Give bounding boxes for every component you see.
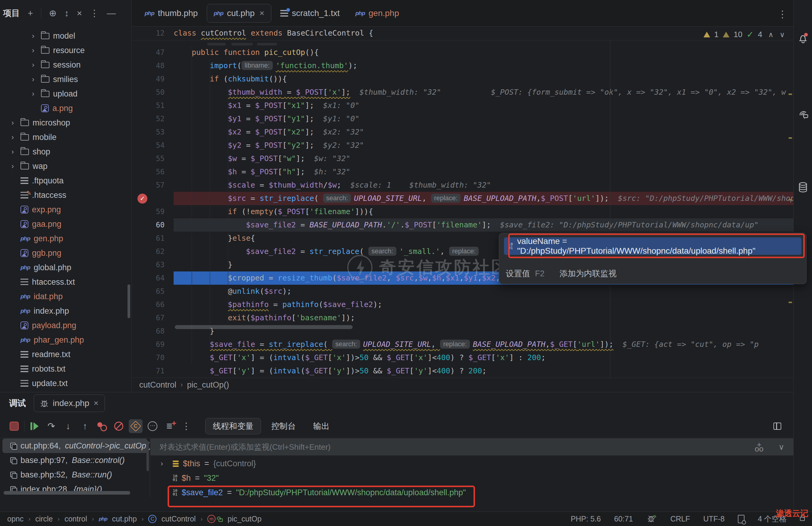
line-number[interactable]: 68: [132, 325, 174, 338]
tree-item-.ftpquota[interactable]: .ftpquota: [0, 173, 131, 188]
stop-button[interactable]: [7, 419, 21, 433]
tree-item-htaccess.txt[interactable]: htaccess.txt: [0, 275, 131, 289]
tree-item-payload.png[interactable]: payload.png: [0, 318, 131, 333]
line-number[interactable]: 52: [132, 112, 174, 126]
frames-hscrollbar[interactable]: [4, 491, 130, 495]
chevron-right-icon[interactable]: ›: [161, 459, 169, 468]
line-number[interactable]: 67: [132, 311, 174, 325]
tree-item-gaa.png[interactable]: gaa.png: [0, 217, 131, 231]
resume-button[interactable]: [27, 419, 41, 433]
editor-tab-scratch_1.txt[interactable]: scratch_1.txt: [274, 4, 346, 23]
line-number[interactable]: 71: [132, 364, 174, 378]
status-crumb[interactable]: pic_cutOp: [228, 514, 262, 523]
line-number[interactable]: 69: [132, 338, 174, 351]
code-line-70[interactable]: 70$_GET['x'] = (intval($_GET['x'])>50 &&…: [132, 351, 793, 364]
warning-stripe-mark[interactable]: [788, 302, 792, 303]
hide-panel-icon[interactable]: —: [107, 9, 116, 18]
collapse-all-icon[interactable]: ×: [77, 9, 82, 18]
frame-row[interactable]: cut.php:64, cutControl->pic_cutOp(): [2, 439, 147, 453]
editor-tab-gen.php[interactable]: phpgen.php: [349, 4, 406, 23]
code-line-57[interactable]: 57$scale = $thumb_width/$w; $scale: 1 $t…: [132, 179, 793, 192]
tree-item-gen.php[interactable]: phpgen.php: [0, 231, 131, 246]
code-line-53[interactable]: 53$x2 = $_POST["x2"]; $x2: "32": [132, 126, 793, 139]
expand-all-icon[interactable]: ↕: [64, 9, 69, 18]
line-number[interactable]: 59: [132, 205, 174, 218]
code-line-65[interactable]: 65@unlink($src);: [132, 285, 793, 298]
line-separator[interactable]: CRLF: [670, 514, 690, 523]
line-number[interactable]: 48: [132, 59, 174, 72]
line-number[interactable]: 50: [132, 86, 174, 99]
mute-breakpoints-button[interactable]: [112, 419, 126, 433]
variable-row[interactable]: 1001$save_file2 = "D:/phpStudy/PHPTutori…: [150, 485, 793, 497]
editor-tab-thumb.php[interactable]: phpthumb.php: [138, 4, 204, 23]
prev-problem-icon[interactable]: ∧: [768, 30, 774, 39]
tree-item-mobile[interactable]: ›mobile: [0, 130, 131, 144]
tree-item-ggb.png[interactable]: ggb.png: [0, 246, 131, 260]
line-number[interactable]: 60: [132, 218, 174, 232]
status-crumb[interactable]: control: [64, 514, 87, 523]
tree-item-shop[interactable]: ›shop: [0, 144, 131, 159]
code-line-71[interactable]: 71$_GET['y'] = (intval($_GET['y'])>50 &&…: [132, 364, 793, 378]
tree-item-index.php[interactable]: phpindex.php: [0, 304, 131, 318]
kebab-menu-icon[interactable]: ⋮: [179, 419, 193, 433]
code-line-69[interactable]: 69$save_file = str_ireplace( search:UPLO…: [132, 338, 793, 351]
status-crumb[interactable]: cutControl: [161, 514, 195, 523]
run-to-cursor-button[interactable]: [129, 419, 143, 433]
line-number[interactable]: ✓: [132, 192, 174, 205]
chevron-down-icon[interactable]: ∨: [779, 442, 784, 452]
more-options-icon[interactable]: ⋮: [90, 9, 99, 18]
variable-row[interactable]: ›$this = {cutControl}: [150, 456, 793, 471]
tree-item-a.png[interactable]: a.png: [0, 101, 131, 115]
line-number[interactable]: 49: [132, 72, 174, 86]
file-inspect-icon[interactable]: [738, 515, 744, 523]
step-into-button[interactable]: ↓: [61, 419, 75, 433]
tree-item-robots.txt[interactable]: robots.txt: [0, 361, 131, 376]
tree-item-.htaccess[interactable]: .htaccess: [0, 188, 131, 202]
line-number[interactable]: 53: [132, 126, 174, 139]
tab-输出[interactable]: 输出: [306, 418, 337, 434]
tree-item-phar_gen.php[interactable]: phpphar_gen.php: [0, 333, 131, 347]
tree-item-resource[interactable]: ›resource: [0, 43, 131, 58]
tree-item-smilies[interactable]: ›smilies: [0, 72, 131, 87]
tree-item-upload[interactable]: ›upload: [0, 87, 131, 101]
line-number[interactable]: 56: [132, 165, 174, 179]
editor-hscrollbar[interactable]: [175, 325, 353, 329]
add-inline-watch-action[interactable]: 添加为内联监视: [560, 268, 617, 279]
code-line-48[interactable]: 48import(libname:'function.thumb');: [132, 59, 793, 72]
add-icon[interactable]: +: [28, 9, 33, 18]
code-line-56[interactable]: 56$h = $_POST["h"]; $h: "32": [132, 165, 793, 179]
more-actions-button[interactable]: [146, 419, 159, 433]
code-line-60[interactable]: 60$save_file2 = BASE_UPLOAD_PATH.'/'.$_P…: [132, 218, 793, 232]
php-version[interactable]: PHP: 5.6: [570, 514, 601, 523]
add-to-watches-icon[interactable]: +oo: [755, 442, 764, 452]
code-line-49[interactable]: 49if (chksubmit()){: [132, 72, 793, 86]
tab-控制台[interactable]: 控制台: [264, 418, 303, 434]
caret-position[interactable]: 60:71: [614, 514, 633, 523]
next-problem-icon[interactable]: ∨: [780, 30, 785, 39]
locate-file-icon[interactable]: ⊕: [49, 9, 57, 18]
tree-item-model[interactable]: ›model: [0, 29, 131, 43]
set-value-action[interactable]: 设置值: [506, 268, 530, 279]
line-number[interactable]: 57: [132, 179, 174, 192]
warning-stripe-mark[interactable]: [788, 94, 792, 95]
step-over-button[interactable]: ↷: [44, 419, 58, 433]
code-line-59[interactable]: 59if (!empty($_POST['filename'])){: [132, 205, 793, 218]
step-out-button[interactable]: ↑: [78, 419, 92, 433]
code-line-54[interactable]: 54$y2 = $_POST["y2"]; $y2: "32": [132, 139, 793, 152]
code-line-52[interactable]: 52$y1 = $_POST["y1"]; $y1: "0": [132, 112, 793, 126]
tree-item-idat.php[interactable]: phpidat.php: [0, 289, 131, 304]
editor-tab-cut.php[interactable]: phpcut.php×: [207, 4, 271, 23]
tab-线程和变量[interactable]: 线程和变量: [205, 418, 261, 434]
tree-item-wap[interactable]: ›wap: [0, 159, 131, 173]
view-breakpoints-button[interactable]: [95, 419, 109, 433]
status-crumb[interactable]: opnc: [7, 514, 24, 523]
close-icon[interactable]: ×: [260, 9, 264, 18]
code-line-50[interactable]: 50$thumb_width = $_POST['x']; $thumb_wid…: [132, 86, 793, 99]
line-number[interactable]: 64: [132, 271, 174, 285]
line-number[interactable]: 61: [132, 232, 174, 245]
line-number[interactable]: 12: [132, 27, 174, 40]
breadcrumb-method[interactable]: pic_cutOp(): [187, 380, 229, 390]
layout-settings-icon[interactable]: [773, 423, 781, 430]
popup-value-row[interactable]: 1001 valueName = "D:/phpStudy/PHPTutoria…: [504, 237, 801, 255]
inspections-widget[interactable]: 1 10 ✓ 4 ∧ ∨: [704, 30, 785, 40]
